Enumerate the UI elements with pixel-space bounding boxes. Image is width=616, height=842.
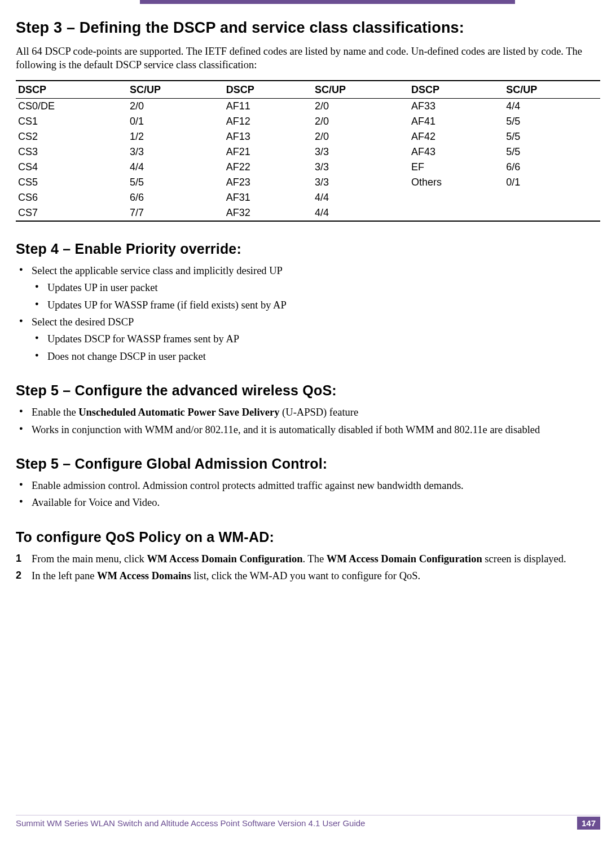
- configure-heading: To configure QoS Policy on a WM-AD:: [16, 529, 600, 545]
- col-header: DSCP: [409, 81, 504, 99]
- col-header: SC/UP: [313, 81, 409, 99]
- table-cell: 2/0: [313, 129, 409, 144]
- table-cell: 4/4: [313, 205, 409, 221]
- dscp-table: DSCP SC/UP DSCP SC/UP DSCP SC/UP CS0/DE2…: [16, 80, 600, 222]
- table-cell: AF11: [224, 98, 313, 114]
- table-cell: 3/3: [313, 160, 409, 175]
- table-cell: AF32: [224, 205, 313, 221]
- table-row: CS77/7AF324/4: [16, 205, 600, 221]
- list-item: Updates UP in user packet: [32, 281, 600, 294]
- list-item: Enable admission control. Admission cont…: [16, 479, 600, 492]
- list-item: Works in conjunction with WMM and/or 802…: [16, 423, 600, 437]
- table-cell: 6/6: [504, 160, 600, 175]
- col-header: DSCP: [224, 81, 313, 99]
- table-cell: [409, 205, 504, 221]
- list-item: 1From the main menu, click WM Access Dom…: [16, 552, 600, 566]
- table-cell: 3/3: [313, 175, 409, 190]
- table-cell: 4/4: [313, 190, 409, 205]
- table-cell: [504, 190, 600, 205]
- step4-list: Select the applicable service class and …: [16, 264, 600, 363]
- table-cell: AF42: [409, 129, 504, 144]
- table-row: CS66/6AF314/4: [16, 190, 600, 205]
- page-number-badge: 147: [577, 817, 600, 830]
- footer-text: Summit WM Series WLAN Switch and Altitud…: [16, 818, 365, 828]
- list-item: Enable the Unscheduled Automatic Power S…: [16, 405, 600, 419]
- header-tab: [140, 0, 515, 4]
- table-cell: CS4: [16, 160, 127, 175]
- table-cell: 1/2: [127, 129, 224, 144]
- page-footer: Summit WM Series WLAN Switch and Altitud…: [0, 815, 616, 830]
- table-cell: AF12: [224, 114, 313, 129]
- table-cell: CS7: [16, 205, 127, 221]
- table-row: CS55/5AF233/3Others0/1: [16, 175, 600, 190]
- table-cell: AF41: [409, 114, 504, 129]
- table-cell: 4/4: [504, 98, 600, 114]
- table-cell: 5/5: [504, 144, 600, 160]
- step4-heading: Step 4 – Enable Priority override:: [16, 241, 600, 257]
- table-cell: [409, 190, 504, 205]
- list-item: 2In the left pane WM Access Domains list…: [16, 569, 600, 583]
- col-header: SC/UP: [127, 81, 224, 99]
- list-item: Updates DSCP for WASSP frames sent by AP: [32, 332, 600, 346]
- step-number: 1: [16, 552, 21, 566]
- step5a-heading: Step 5 – Configure the advanced wireless…: [16, 382, 600, 399]
- step5b-heading: Step 5 – Configure Global Admission Cont…: [16, 456, 600, 472]
- table-cell: 2/0: [313, 114, 409, 129]
- table-cell: 4/4: [127, 160, 224, 175]
- table-cell: AF21: [224, 144, 313, 160]
- list-item: Does not change DSCP in user packet: [32, 350, 600, 363]
- table-cell: CS2: [16, 129, 127, 144]
- table-cell: 5/5: [504, 129, 600, 144]
- table-row: CS33/3AF213/3AF435/5: [16, 144, 600, 160]
- table-cell: 7/7: [127, 205, 224, 221]
- table-cell: CS1: [16, 114, 127, 129]
- table-cell: [504, 205, 600, 221]
- step3-intro: All 64 DSCP code-points are supported. T…: [16, 45, 600, 72]
- table-cell: 3/3: [313, 144, 409, 160]
- list-item: Updates UP for WASSP frame (if field exi…: [32, 298, 600, 312]
- table-cell: CS3: [16, 144, 127, 160]
- table-cell: 6/6: [127, 190, 224, 205]
- table-row: CS0/DE2/0AF112/0AF334/4: [16, 98, 600, 114]
- table-cell: 3/3: [127, 144, 224, 160]
- col-header: SC/UP: [504, 81, 600, 99]
- table-cell: CS6: [16, 190, 127, 205]
- configure-steps: 1From the main menu, click WM Access Dom…: [16, 552, 600, 583]
- step5a-list: Enable the Unscheduled Automatic Power S…: [16, 405, 600, 437]
- table-cell: 5/5: [127, 175, 224, 190]
- table-cell: AF13: [224, 129, 313, 144]
- table-cell: CS5: [16, 175, 127, 190]
- page: Step 3 – Defining the DSCP and service c…: [0, 0, 616, 842]
- list-item: Select the desired DSCPUpdates DSCP for …: [16, 315, 600, 363]
- table-cell: AF23: [224, 175, 313, 190]
- table-cell: EF: [409, 160, 504, 175]
- step3-heading: Step 3 – Defining the DSCP and service c…: [16, 19, 600, 37]
- list-item: Available for Voice and Video.: [16, 496, 600, 509]
- step-number: 2: [16, 569, 21, 583]
- table-cell: AF43: [409, 144, 504, 160]
- table-row: CS44/4AF223/3EF6/6: [16, 160, 600, 175]
- step5b-list: Enable admission control. Admission cont…: [16, 479, 600, 510]
- table-header-row: DSCP SC/UP DSCP SC/UP DSCP SC/UP: [16, 81, 600, 99]
- table-cell: AF31: [224, 190, 313, 205]
- table-row: CS21/2AF132/0AF425/5: [16, 129, 600, 144]
- table-cell: 5/5: [504, 114, 600, 129]
- table-row: CS10/1AF122/0AF415/5: [16, 114, 600, 129]
- table-cell: 0/1: [504, 175, 600, 190]
- table-cell: 0/1: [127, 114, 224, 129]
- table-cell: 2/0: [313, 98, 409, 114]
- list-item: Select the applicable service class and …: [16, 264, 600, 312]
- table-cell: AF22: [224, 160, 313, 175]
- header-rule: [0, 0, 616, 4]
- table-cell: Others: [409, 175, 504, 190]
- table-cell: CS0/DE: [16, 98, 127, 114]
- table-cell: 2/0: [127, 98, 224, 114]
- col-header: DSCP: [16, 81, 127, 99]
- table-cell: AF33: [409, 98, 504, 114]
- content-area: Step 3 – Defining the DSCP and service c…: [16, 0, 600, 583]
